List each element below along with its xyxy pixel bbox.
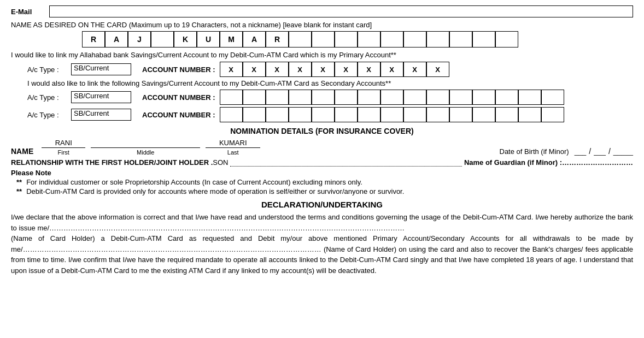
declaration-text-3: (Name of Card Holder) on using the card … <box>11 245 633 275</box>
primary-acc-box[interactable]: X <box>220 62 243 77</box>
secondary-acc-box-2[interactable] <box>518 107 541 122</box>
secondary-acc-box-2[interactable] <box>426 107 449 122</box>
name-char-box[interactable]: A <box>105 31 128 48</box>
secondary-acc-box-2[interactable] <box>541 107 564 122</box>
name-card-label: NAME AS DESIRED ON THE CARD (Maximum up … <box>11 21 633 29</box>
email-label: E-Mail <box>11 8 49 16</box>
name-char-box[interactable]: R <box>82 31 105 48</box>
ac-type-select-sec1[interactable]: SB/Current <box>71 91 131 103</box>
note-text-1: For individual customer or sole Propriet… <box>26 178 362 186</box>
acc-number-label-primary: ACCOUNT NUMBER : <box>142 66 215 74</box>
email-input[interactable] <box>49 5 633 17</box>
secondary-acc-box-2[interactable] <box>312 107 335 122</box>
note-text-2: Debit-Cum-ATM Card is provided only for … <box>26 187 404 195</box>
acc-number-label-sec2: ACCOUNT NUMBER : <box>142 111 215 119</box>
secondary-acc-box-1[interactable] <box>266 90 289 105</box>
middle-name-value <box>91 147 200 148</box>
name-char-box[interactable] <box>380 31 403 48</box>
secondary-acc-box-1[interactable] <box>358 90 380 105</box>
secondary-acc-box-1[interactable] <box>426 90 449 105</box>
primary-acc-box[interactable]: X <box>403 62 426 77</box>
primary-account-row: A/c Type : SB/Current ACCOUNT NUMBER : X… <box>11 62 633 77</box>
name-char-box[interactable] <box>151 31 174 48</box>
name-char-box[interactable] <box>449 31 472 48</box>
ac-type-label-sec1: A/c Type : <box>27 93 71 102</box>
ac-type-select-sec2[interactable]: SB/Current <box>71 109 131 121</box>
form-container: E-Mail NAME AS DESIRED ON THE CARD (Maxi… <box>11 5 633 276</box>
secondary-account-row-1: A/c Type : SB/Current ACCOUNT NUMBER : <box>11 90 633 105</box>
primary-acc-box[interactable]: X <box>312 62 335 77</box>
last-name-value: KUMARI <box>206 139 260 148</box>
secondary-acc-box-2[interactable] <box>449 107 472 122</box>
secondary-acc-box-2[interactable] <box>403 107 426 122</box>
name-char-boxes: RAJKUMAR <box>82 31 633 48</box>
secondary-acc-box-1[interactable] <box>495 90 518 105</box>
secondary-acc-box-2[interactable] <box>220 107 243 122</box>
secondary-acc-boxes-2 <box>220 107 564 122</box>
name-char-box[interactable] <box>403 31 426 48</box>
secondary-acc-box-1[interactable] <box>380 90 403 105</box>
secondary-acc-box-1[interactable] <box>518 90 541 105</box>
relationship-label: RELATIONSHIP WITH THE FIRST HOLDER/JOINT… <box>11 158 213 167</box>
relationship-row: RELATIONSHIP WITH THE FIRST HOLDER/JOINT… <box>11 158 633 167</box>
secondary-acc-box-1[interactable] <box>243 90 266 105</box>
ac-type-select-primary[interactable]: SB/Current <box>71 63 131 75</box>
declaration-text: I/we declare that the above information … <box>11 212 633 276</box>
primary-acc-box[interactable]: X <box>380 62 403 77</box>
name-char-box[interactable] <box>495 31 518 48</box>
middle-name-type: Middle <box>137 149 154 156</box>
secondary-acc-boxes-1 <box>220 90 564 105</box>
secondary-acc-box-2[interactable] <box>472 107 495 122</box>
name-char-box[interactable] <box>426 31 449 48</box>
name-char-box[interactable] <box>358 31 380 48</box>
declaration-title: DECLARATION/UNDERTAKING <box>11 200 633 209</box>
first-name-section: RANI First <box>42 139 85 156</box>
relationship-value: SON <box>213 158 228 167</box>
note-star-1: ** <box>16 178 22 186</box>
secondary-account-row-2: A/c Type : SB/Current ACCOUNT NUMBER : <box>11 107 633 122</box>
secondary-acc-box-2[interactable] <box>289 107 312 122</box>
primary-acc-box[interactable]: X <box>243 62 266 77</box>
name-char-box[interactable] <box>472 31 495 48</box>
primary-acc-box[interactable]: X <box>358 62 380 77</box>
name-char-box[interactable] <box>289 31 312 48</box>
name-char-box[interactable]: U <box>197 31 220 48</box>
declaration-text-1: I/we declare that the above information … <box>11 213 633 232</box>
dob-label: Date of Birth (if Minor) <box>500 147 569 156</box>
name-char-box[interactable]: J <box>128 31 151 48</box>
secondary-acc-box-1[interactable] <box>403 90 426 105</box>
primary-acc-boxes: XXXXXXXXXX <box>220 62 449 77</box>
name-char-box[interactable]: K <box>174 31 197 48</box>
guardian-label: Name of Guardian (if Minor) :………………………… <box>464 158 633 167</box>
name-char-box[interactable]: M <box>220 31 243 48</box>
secondary-acc-box-1[interactable] <box>449 90 472 105</box>
email-row: E-Mail <box>11 5 633 17</box>
secondary-acc-box-1[interactable] <box>289 90 312 105</box>
secondary-acc-box-1[interactable] <box>312 90 335 105</box>
secondary-acc-box-2[interactable] <box>358 107 380 122</box>
acc-number-label-sec1: ACCOUNT NUMBER : <box>142 93 215 102</box>
primary-acc-box[interactable]: X <box>289 62 312 77</box>
name-char-box[interactable]: R <box>266 31 289 48</box>
note-item-2: ** Debit-Cum-ATM Card is provided only f… <box>11 187 633 195</box>
secondary-acc-box-2[interactable] <box>380 107 403 122</box>
secondary-acc-box-1[interactable] <box>220 90 243 105</box>
secondary-acc-box-2[interactable] <box>243 107 266 122</box>
secondary-acc-box-1[interactable] <box>472 90 495 105</box>
secondary-link-text: I would also like to link the following … <box>11 79 633 87</box>
nomination-title: NOMINATION DETAILS (FOR INSURANCE COVER) <box>11 127 633 135</box>
name-label: NAME <box>11 147 33 156</box>
secondary-acc-box-2[interactable] <box>495 107 518 122</box>
name-char-box[interactable] <box>335 31 358 48</box>
primary-acc-box[interactable]: X <box>266 62 289 77</box>
last-name-section: KUMARI Last <box>206 139 260 156</box>
primary-acc-box[interactable]: X <box>426 62 449 77</box>
dob-section: Date of Birth (if Minor) ___ / ___ / ___… <box>500 147 634 156</box>
secondary-acc-box-1[interactable] <box>335 90 358 105</box>
primary-acc-box[interactable]: X <box>335 62 358 77</box>
secondary-acc-box-2[interactable] <box>335 107 358 122</box>
name-char-box[interactable]: A <box>243 31 266 48</box>
name-char-box[interactable] <box>312 31 335 48</box>
secondary-acc-box-1[interactable] <box>541 90 564 105</box>
secondary-acc-box-2[interactable] <box>266 107 289 122</box>
